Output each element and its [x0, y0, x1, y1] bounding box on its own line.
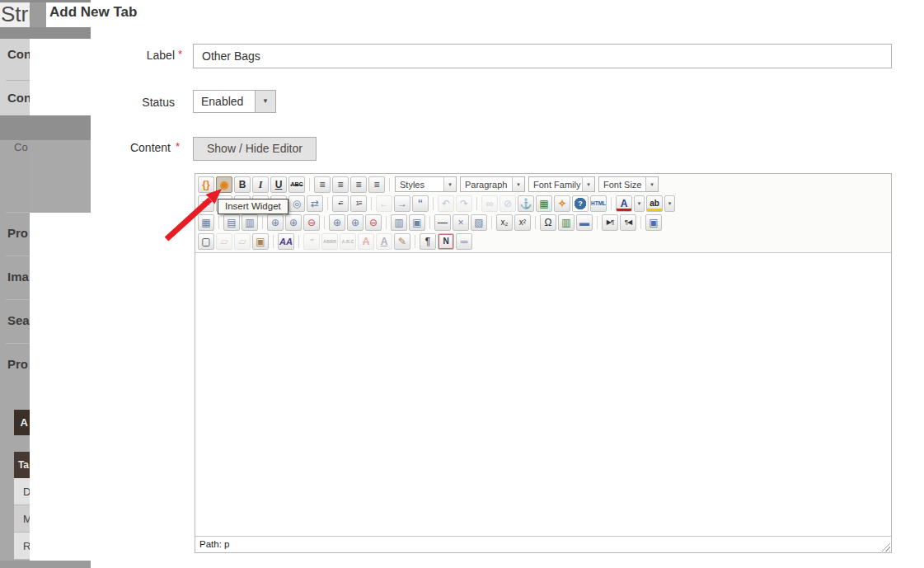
paragraph-select-label: Paragraph — [461, 177, 512, 191]
font-size-select-label: Font Size — [599, 177, 645, 191]
deletion-button[interactable]: A — [358, 233, 374, 250]
backdrop-section-label: Pro — [7, 357, 28, 371]
styles-select-label: Styles — [396, 177, 443, 191]
editor-content-area[interactable] — [195, 253, 891, 536]
visual-chars-button[interactable]: ¶ — [420, 233, 436, 250]
help-button[interactable]: ? — [572, 195, 589, 212]
insertion-button[interactable]: A — [376, 233, 392, 250]
indent-button[interactable]: → — [394, 195, 410, 212]
editor-path: Path: p — [199, 539, 229, 549]
label-input[interactable] — [193, 44, 892, 68]
horizontal-rule-button[interactable]: — — [434, 214, 451, 231]
italic-button[interactable]: I — [252, 176, 269, 193]
align-justify-button[interactable]: ≡ — [368, 176, 385, 193]
toolbar-separator — [415, 235, 415, 248]
split-cells-button[interactable]: ▥ — [391, 214, 407, 231]
blockquote-button[interactable]: “ — [412, 195, 429, 212]
resize-grip[interactable] — [879, 541, 890, 552]
insert-row-before-button[interactable]: ⊕ — [267, 214, 284, 231]
status-select-value: Enabled — [194, 91, 255, 112]
insert-col-after-button[interactable]: ⊕ — [347, 214, 364, 231]
numbered-list-button[interactable]: 1≡ — [350, 195, 367, 212]
cut-button[interactable]: ✂ — [198, 195, 214, 212]
find-button[interactable]: ◎ — [288, 195, 305, 212]
bold-button[interactable]: B — [234, 176, 251, 193]
text-color-menu-button[interactable]: ▾ — [634, 195, 645, 212]
special-char-button[interactable]: Ω — [540, 214, 556, 231]
toolbar-row-2: ✂▣▤▤▤◎⇄•≡1≡←→“↶↷∞⊘⚓▦✧?HTMLA▾ab▾ — [198, 194, 891, 213]
toolbar-row-3: ▦▤▥⊕⊕⊖⊕⊕⊖▥▣—×▧x₂x²Ω▥▬▶¶¶◀▣ — [198, 213, 891, 232]
move-forward-button[interactable]: ▱ — [216, 233, 232, 250]
highlight-color-button[interactable]: ab — [646, 195, 663, 212]
advanced-hr-button[interactable]: ▬ — [576, 214, 593, 231]
absolute-position-button[interactable]: ▣ — [252, 233, 269, 250]
dim-block — [0, 115, 91, 140]
outdent-button[interactable]: ← — [376, 195, 392, 212]
align-left-button[interactable]: ≡ — [314, 176, 331, 193]
link-button[interactable]: ∞ — [481, 195, 498, 212]
dim-block — [0, 27, 91, 39]
html-source-button[interactable]: HTML — [590, 195, 607, 212]
unlink-button[interactable]: ⊘ — [500, 195, 516, 212]
cleanup-button[interactable]: ✧ — [554, 195, 570, 212]
backdrop-divider — [6, 299, 30, 300]
status-select[interactable]: Enabled ▼ — [193, 90, 276, 113]
ltr-button[interactable]: ▶¶ — [602, 214, 618, 231]
toolbar-separator — [386, 216, 387, 229]
style-props-button[interactable]: AA — [278, 233, 294, 250]
pagebreak-button[interactable]: ═ — [456, 233, 472, 250]
toolbar-separator — [491, 216, 492, 229]
fullscreen-button[interactable]: ▣ — [645, 214, 662, 231]
attributes-button[interactable]: ✎ — [394, 233, 410, 250]
visual-aid-button[interactable]: ▧ — [471, 214, 487, 231]
insert-layer-button[interactable]: ▢ — [198, 233, 214, 250]
paragraph-select[interactable]: Paragraph▾ — [460, 176, 525, 192]
delete-row-button[interactable]: ⊖ — [303, 214, 320, 231]
toolbar-separator — [429, 216, 430, 229]
cite-button[interactable]: “” — [303, 233, 320, 250]
table-row-props-button[interactable]: ▤ — [223, 214, 240, 231]
toolbar-separator — [433, 197, 434, 210]
align-right-button[interactable]: ≡ — [350, 176, 367, 193]
font-size-select[interactable]: Font Size▾ — [598, 176, 659, 192]
move-backward-button[interactable]: ▱ — [234, 233, 251, 250]
backdrop-table-row: R — [14, 533, 30, 560]
acronym-button[interactable]: A.B.C — [340, 233, 356, 250]
nonbreaking-button[interactable]: N — [438, 233, 454, 250]
redo-button[interactable]: ↷ — [456, 195, 472, 212]
anchor-button[interactable]: ⚓ — [518, 195, 534, 212]
text-color-button[interactable]: A — [616, 195, 632, 212]
insert-media-button[interactable]: ▥ — [558, 214, 575, 231]
align-center-button[interactable]: ≡ — [332, 176, 349, 193]
underline-button[interactable]: U — [270, 176, 287, 193]
insert-row-after-button[interactable]: ⊕ — [285, 214, 302, 231]
delete-col-button[interactable]: ⊖ — [365, 214, 382, 231]
show-hide-editor-button[interactable]: Show / Hide Editor — [193, 137, 317, 161]
strikethrough-button[interactable]: ABC — [288, 176, 305, 193]
dim-block — [30, 2, 46, 27]
remove-format-button[interactable]: × — [453, 214, 469, 231]
subscript-button[interactable]: x₂ — [496, 214, 513, 231]
backdrop-divider — [6, 80, 30, 81]
table-cell-props-button[interactable]: ▥ — [242, 214, 258, 231]
insert-variable-button[interactable]: {} — [198, 176, 214, 193]
chevron-down-icon: ▾ — [443, 177, 456, 191]
find-replace-button[interactable]: ⇄ — [307, 195, 323, 212]
styles-select[interactable]: Styles▾ — [395, 176, 457, 192]
insert-col-before-button[interactable]: ⊕ — [329, 214, 345, 231]
rtl-button[interactable]: ¶◀ — [620, 214, 636, 231]
insert-image-button[interactable]: ▦ — [536, 195, 552, 212]
dim-block — [0, 561, 91, 568]
font-family-select[interactable]: Font Family▾ — [528, 176, 595, 192]
abbreviation-button[interactable]: ABBR — [321, 233, 338, 250]
chevron-down-icon: ▾ — [582, 177, 594, 191]
chevron-down-icon: ▾ — [645, 177, 658, 191]
toolbar-separator — [309, 178, 310, 191]
superscript-button[interactable]: x² — [514, 214, 531, 231]
undo-button[interactable]: ↶ — [438, 195, 454, 212]
highlight-color-menu-button[interactable]: ▾ — [664, 195, 675, 212]
edit-table-button[interactable]: ▦ — [198, 214, 214, 231]
bullet-list-button[interactable]: •≡ — [332, 195, 349, 212]
insert-widget-button[interactable]: ◉ — [216, 176, 232, 193]
merge-cells-button[interactable]: ▣ — [409, 214, 425, 231]
